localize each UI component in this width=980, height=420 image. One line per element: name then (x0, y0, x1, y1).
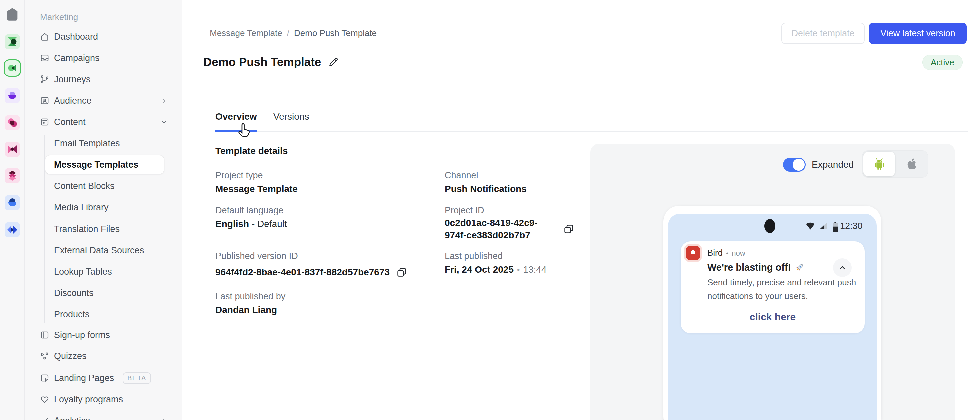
collapse-notification-button[interactable] (833, 258, 852, 277)
cursor-pointer-icon (237, 122, 253, 139)
sidebar-item-signup-forms[interactable]: Sign-up forms (25, 326, 182, 344)
sidebar-item-campaigns[interactable]: Campaigns (25, 49, 182, 67)
beta-badge: BETA (123, 372, 151, 384)
notification-header: Bird • now (707, 248, 745, 258)
sidebar-item-audience[interactable]: Audience (25, 91, 182, 110)
project-type-value: Message Template (215, 184, 298, 194)
home-icon[interactable] (5, 7, 20, 22)
copy-project-id-button[interactable] (563, 223, 575, 235)
sidebar-item-journeys[interactable]: Journeys (25, 70, 182, 89)
sidebar-item-content-blocks[interactable]: Content Blocks (25, 177, 182, 195)
preview-panel: Expanded (590, 144, 955, 420)
breadcrumb-parent[interactable]: Message Template (210, 28, 282, 38)
camera-cutout (764, 219, 775, 233)
content-icon (40, 117, 50, 127)
notification-action-link[interactable]: click here (681, 311, 865, 323)
sidebar-item-message-templates[interactable]: Message Templates (25, 155, 182, 174)
last-published-by-value: Dandan Liang (215, 305, 277, 315)
section-title: Template details (215, 146, 288, 156)
signup-forms-icon (40, 330, 50, 340)
sidebar-item-lookup-tables[interactable]: Lookup Tables (25, 262, 182, 281)
home-outline-icon (40, 32, 50, 42)
channel-value: Push Notifications (445, 184, 527, 194)
delete-template-button[interactable]: Delete template (781, 23, 865, 44)
project-id-row: 0c2d01ac-8419-42c9-974f-ce383d02b7b7 (445, 217, 578, 241)
breadcrumb-current: Demo Push Template (294, 28, 377, 38)
connectors-app-icon[interactable] (5, 222, 20, 237)
sidebar-item-loyalty-programs[interactable]: Loyalty programs (25, 390, 182, 409)
tab-versions[interactable]: Versions (273, 111, 309, 122)
quizzes-icon (40, 351, 50, 361)
campaigns-icon (40, 53, 50, 63)
toggle-knob (793, 159, 805, 171)
sidebar-item-external-data-sources[interactable]: External Data Sources (25, 241, 182, 260)
sidebar-item-quizzes[interactable]: Quizzes (25, 347, 182, 365)
rocket-emoji-icon (794, 262, 804, 273)
copy-published-version-id-button[interactable] (396, 266, 408, 278)
project-id-label: Project ID (445, 205, 484, 216)
breadcrumb-separator: / (287, 28, 290, 38)
tab-overview[interactable]: Overview (215, 111, 257, 122)
last-published-value: Fri, 24 Oct 2025•13:44 (445, 264, 547, 275)
chevron-down-icon (160, 118, 168, 126)
tabs-divider (215, 131, 968, 132)
view-latest-version-button[interactable]: View latest version (869, 23, 967, 44)
inbox-app-icon[interactable] (5, 115, 20, 130)
notification-title: We're blasting off! (707, 262, 791, 273)
landing-pages-icon (40, 373, 50, 383)
sidebar-item-analytics[interactable]: Analytics (25, 411, 182, 420)
project-type-label: Project type (215, 170, 263, 181)
wifi-icon (805, 222, 815, 230)
notification-time-label: now (732, 249, 745, 258)
sidebar-item-dashboard[interactable]: Dashboard (25, 27, 182, 46)
journeys-icon (40, 74, 50, 84)
sidebar-section-label: Marketing (40, 12, 78, 22)
sidebar: Marketing Dashboard Campaigns Journeys A… (25, 0, 182, 420)
channel-label: Channel (445, 170, 478, 181)
sidebar-item-email-templates[interactable]: Email Templates (25, 134, 182, 153)
notification-title-row: We're blasting off! (707, 262, 804, 273)
apple-icon (904, 158, 918, 171)
status-badge: Active (922, 55, 963, 70)
page-title: Demo Push Template (203, 55, 321, 68)
published-version-id-row: 964f4fd2-8bae-4e01-837f-882d57be7673 (215, 266, 408, 278)
bell-icon (689, 249, 697, 257)
android-icon (872, 157, 886, 171)
audience-icon (40, 95, 50, 106)
contacts-app-icon[interactable] (5, 34, 20, 49)
last-published-by-label: Last published by (215, 291, 285, 302)
sidebar-item-translation-files[interactable]: Translation Files (25, 220, 182, 238)
sidebar-item-discounts[interactable]: Discounts (25, 284, 182, 302)
default-language-label: Default language (215, 205, 283, 216)
data-app-icon[interactable] (5, 195, 20, 210)
notification-separator: • (726, 250, 728, 257)
sidebar-item-media-library[interactable]: Media Library (25, 198, 182, 217)
chevron-right-icon (160, 97, 168, 105)
push-notification-card[interactable]: Bird • now We're blasting off! (681, 241, 865, 333)
phone-mockup: 12:30 Bird • now We're blasting off! (663, 206, 881, 420)
status-time: 12:30 (840, 221, 863, 231)
heart-icon (40, 395, 50, 404)
platform-android-button[interactable] (863, 152, 895, 177)
notification-app-name: Bird (707, 248, 723, 258)
expanded-toggle-label: Expanded (812, 159, 854, 170)
default-language-value: English - Default (215, 219, 287, 229)
channels-app-icon[interactable] (5, 168, 20, 183)
marketing-app-icon[interactable] (5, 60, 20, 76)
sidebar-item-landing-pages[interactable]: Landing Pages BETA (25, 369, 182, 387)
phone-screen: 12:30 Bird • now We're blasting off! (668, 214, 877, 420)
app-window: Marketing Dashboard Campaigns Journeys A… (0, 0, 980, 420)
app-rail (0, 0, 25, 420)
platform-apple-button[interactable] (895, 152, 927, 177)
project-id-value: 0c2d01ac-8419-42c9-974f-ce383d02b7b7 (445, 217, 557, 241)
flows-app-icon[interactable] (5, 142, 20, 157)
sidebar-item-content[interactable]: Content (25, 113, 182, 131)
support-app-icon[interactable] (5, 88, 20, 103)
edit-pencil-icon[interactable] (328, 56, 339, 68)
published-version-id-label: Published version ID (215, 251, 298, 261)
chevron-up-icon (838, 263, 847, 272)
cell-signal-icon (819, 222, 828, 230)
expanded-toggle[interactable] (783, 158, 806, 172)
sidebar-item-products[interactable]: Products (25, 305, 182, 324)
notification-body: Send timely, precise and relevant push n… (707, 276, 861, 303)
